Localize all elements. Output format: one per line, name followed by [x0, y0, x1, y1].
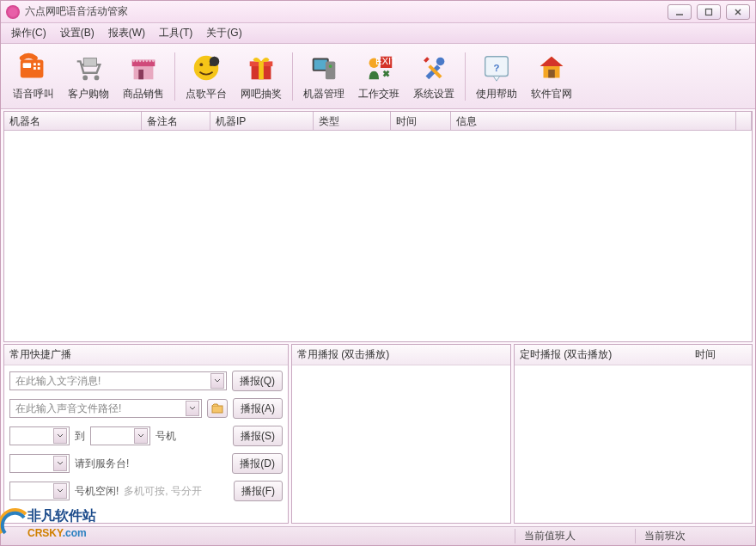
svg-rect-5: [23, 63, 32, 68]
chevron-down-icon[interactable]: [53, 428, 67, 444]
cart-icon: [71, 51, 106, 85]
tool-help[interactable]: ? 使用帮助: [469, 47, 524, 106]
idle-label: 号机空闲!: [75, 484, 119, 499]
tool-customer-shopping[interactable]: 客户购物: [61, 47, 116, 106]
svg-text:EXIT: EXIT: [375, 56, 395, 66]
chevron-down-icon[interactable]: [53, 483, 67, 499]
tool-shift[interactable]: EXIT 工作交班: [351, 47, 406, 106]
shift-icon: EXIT: [362, 51, 396, 85]
grid-header: 机器名 备注名 机器IP 类型 时间 信息: [4, 112, 752, 131]
broadcast-s-button[interactable]: 播报(S): [233, 426, 283, 446]
common-broadcast-panel: 常用播报 (双击播放): [291, 344, 511, 524]
col-machine-ip[interactable]: 机器IP: [210, 112, 314, 130]
service-machine-combo[interactable]: [9, 454, 70, 473]
status-duty: 当前值班人: [515, 529, 635, 543]
titlebar: 六点网吧语音活动管家: [1, 1, 755, 23]
tool-lottery[interactable]: 网吧抽奖: [234, 47, 289, 106]
svg-point-10: [82, 76, 88, 81]
tools-icon: [417, 51, 451, 85]
timed-broadcast-panel: 定时播报 (双击播放) 时间: [514, 344, 753, 524]
col-time[interactable]: 时间: [391, 112, 451, 130]
svg-rect-8: [34, 67, 36, 70]
svg-point-31: [436, 58, 444, 66]
col-type[interactable]: 类型: [314, 112, 391, 130]
col-remark[interactable]: 备注名: [142, 112, 210, 130]
home-icon: [534, 51, 569, 85]
status-shift: 当前班次: [635, 529, 755, 543]
svg-point-17: [199, 63, 203, 66]
tool-product-sales[interactable]: 商品销售: [116, 47, 171, 106]
panel-title: 常用快捷广播: [4, 345, 288, 365]
col-machine-name[interactable]: 机器名: [4, 112, 142, 130]
separator: [292, 52, 293, 101]
machine-label: 号机: [155, 429, 176, 444]
svg-rect-26: [326, 61, 335, 79]
svg-rect-25: [314, 60, 327, 70]
bottom-panels: 常用快捷广播 在此输入文字消息! 播报(Q) 在此输入声音文件路径! 播报(A): [1, 344, 755, 526]
tool-song-platform[interactable]: 点歌平台: [179, 47, 234, 106]
text-message-combo[interactable]: 在此输入文字消息!: [9, 371, 227, 390]
to-label: 到: [75, 429, 85, 444]
app-window: 六点网吧语音活动管家 操作(C) 设置(B) 报表(W) 工具(T) 关于(G)…: [0, 0, 756, 546]
menu-tools[interactable]: 工具(T): [152, 24, 199, 42]
idle-machine-combo[interactable]: [9, 482, 70, 500]
menu-report[interactable]: 报表(W): [101, 24, 152, 42]
window-title: 六点网吧语音活动管家: [25, 4, 668, 19]
svg-rect-32: [424, 57, 430, 63]
broadcast-a-button[interactable]: 播报(A): [233, 398, 283, 419]
chevron-down-icon[interactable]: [186, 401, 199, 416]
common-broadcast-list[interactable]: [292, 365, 510, 523]
separator: [174, 52, 175, 101]
maximize-button[interactable]: [697, 4, 721, 20]
menu-about[interactable]: 关于(G): [199, 24, 248, 42]
col-spacer: [736, 112, 752, 130]
menu-operate[interactable]: 操作(C): [4, 24, 53, 42]
menubar: 操作(C) 设置(B) 报表(W) 工具(T) 关于(G): [1, 23, 755, 44]
grid-body[interactable]: [4, 131, 752, 341]
separator: [465, 52, 466, 101]
panel-title: 定时播报 (双击播放) 时间: [515, 345, 752, 365]
tool-system-settings[interactable]: 系统设置: [406, 47, 461, 106]
svg-rect-35: [548, 70, 555, 78]
tool-machine-manage[interactable]: 机器管理: [296, 47, 351, 106]
svg-rect-12: [83, 58, 96, 67]
svg-rect-9: [38, 67, 40, 70]
svg-point-11: [94, 76, 100, 81]
gift-icon: [244, 51, 278, 85]
sound-path-combo[interactable]: 在此输入声音文件路径!: [9, 399, 202, 418]
svg-rect-23: [259, 61, 264, 79]
svg-rect-1: [706, 9, 712, 15]
to-machine-combo[interactable]: [90, 426, 150, 445]
svg-point-27: [329, 64, 332, 68]
music-face-icon: [189, 51, 223, 85]
tool-voice-call[interactable]: 语音呼叫: [6, 47, 61, 106]
minimize-button[interactable]: [668, 4, 692, 20]
quick-broadcast-panel: 常用快捷广播 在此输入文字消息! 播报(Q) 在此输入声音文件路径! 播报(A): [3, 344, 289, 524]
tool-website[interactable]: 软件官网: [524, 47, 579, 106]
svg-rect-6: [34, 63, 36, 65]
chevron-down-icon[interactable]: [210, 373, 224, 389]
broadcast-q-button[interactable]: 播报(Q): [232, 371, 283, 391]
machine-grid: 机器名 备注名 机器IP 类型 时间 信息: [3, 111, 753, 342]
browse-file-button[interactable]: [207, 399, 228, 418]
app-icon: [6, 5, 20, 19]
panel-title: 常用播报 (双击播放): [292, 345, 510, 365]
broadcast-d-button[interactable]: 播报(D): [232, 453, 283, 474]
close-button[interactable]: [726, 4, 750, 20]
broadcast-f-button[interactable]: 播报(F): [234, 481, 283, 501]
help-icon: ?: [479, 51, 514, 85]
from-machine-combo[interactable]: [9, 426, 70, 445]
chevron-down-icon[interactable]: [53, 456, 67, 471]
timed-broadcast-list[interactable]: [515, 365, 752, 523]
statusbar: 当前值班人 当前班次: [1, 526, 755, 545]
chevron-down-icon[interactable]: [134, 428, 148, 444]
service-label: 请到服务台!: [75, 457, 129, 471]
shop-icon: [126, 51, 161, 85]
multi-hint: 多机可按, 号分开: [124, 484, 202, 499]
svg-rect-36: [212, 406, 223, 413]
svg-rect-7: [38, 63, 40, 65]
menu-settings[interactable]: 设置(B): [53, 24, 101, 42]
svg-rect-20: [213, 57, 216, 62]
toolbar: 语音呼叫 客户购物 商品销售 点歌平台 网吧抽奖 机器管理 EXIT 工作交班: [1, 44, 755, 109]
col-info[interactable]: 信息: [451, 112, 736, 130]
